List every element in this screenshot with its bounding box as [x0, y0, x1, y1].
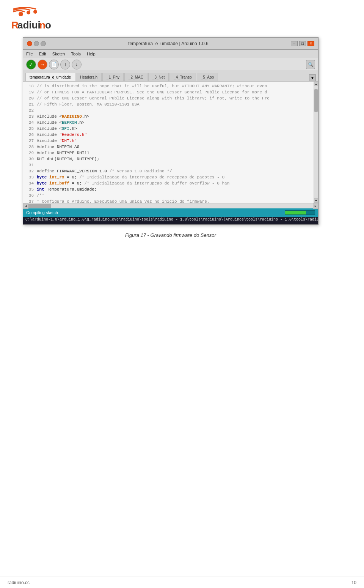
- vertical-scrollbar[interactable]: ▲ ▼: [314, 82, 318, 203]
- scroll-thumb[interactable]: [314, 89, 318, 112]
- window-title: temperatura_e_umidade | Arduino 1.0.6: [46, 41, 291, 46]
- new-button[interactable]: 📄: [49, 60, 59, 69]
- window-min-dot: [34, 41, 39, 46]
- output-console: C:\arduino-1.0\arduino_1.0\g_radiuino_ev…: [23, 217, 318, 224]
- code-line-31: 31: [23, 162, 314, 168]
- horizontal-scrollbar[interactable]: ◄ ►: [23, 203, 318, 208]
- minimize-button[interactable]: –: [291, 41, 298, 46]
- window-titlebar: temperatura_e_umidade | Arduino 1.0.6 – …: [23, 38, 318, 50]
- tabs-dropdown[interactable]: ▼: [309, 74, 316, 81]
- code-line-27: 27 #include "DHT.h": [23, 138, 314, 144]
- figure-caption: Figura 17 - Gravando firmware do Sensor: [23, 232, 318, 238]
- svg-point-1: [27, 11, 30, 14]
- footer-page: 10: [351, 580, 356, 585]
- menu-bar: File Edit Sketch Tools Help: [23, 50, 318, 58]
- code-line-32: 32 #define FIRMWARE_VERSION 1.0 /* Versa…: [23, 168, 314, 174]
- scroll-right-arrow[interactable]: ►: [313, 203, 318, 209]
- code-line-37: 37 * Configura o Arduino. Executado uma …: [23, 199, 314, 203]
- caption-text: Figura 17 - Gravando firmware do Sensor: [125, 232, 216, 238]
- save-button[interactable]: ↓: [72, 60, 82, 69]
- code-line-25: 25 #include <SPI.h>: [23, 126, 314, 132]
- code-line-20: 20 // of the GNU Lesser General Public L…: [23, 95, 314, 101]
- window-buttons-right: – □ ✕: [291, 41, 314, 46]
- menu-help[interactable]: Help: [87, 52, 96, 56]
- progress-bar: [285, 210, 315, 215]
- code-line-24: 24 #include <EEPROM.h>: [23, 120, 314, 126]
- menu-tools[interactable]: Tools: [71, 52, 81, 56]
- scroll-left-arrow[interactable]: ◄: [23, 203, 28, 209]
- code-line-22: 22: [23, 107, 314, 114]
- window-max-dot: [41, 41, 46, 46]
- code-line-18: 18 // is distributed in the hope that it…: [23, 83, 314, 89]
- tab-5app[interactable]: _5_App: [197, 73, 218, 81]
- tab-2mac[interactable]: _2_MAC: [124, 73, 147, 81]
- svg-text:adiui: adiui: [17, 19, 41, 30]
- close-button[interactable]: ✕: [308, 41, 314, 46]
- code-content: 18 // is distributed in the hope that it…: [23, 82, 314, 203]
- open-button[interactable]: ↑: [60, 60, 70, 69]
- code-line-28: 28 #define DHTPIN A0: [23, 144, 314, 150]
- code-line-26: 26 #include "Headers.h": [23, 132, 314, 138]
- tabs-container: temperatura_e_umidade Headers.h _1_Phy _…: [23, 71, 318, 82]
- h-scroll-thumb[interactable]: [28, 204, 51, 208]
- search-button[interactable]: 🔍: [306, 60, 315, 69]
- page-footer: radiuino.cc 10: [0, 577, 364, 588]
- progress-fill: [285, 211, 306, 214]
- svg-point-0: [19, 12, 23, 16]
- code-line-36: 36 /**: [23, 192, 314, 199]
- status-bar: Compiling sketch: [23, 208, 318, 217]
- window-close-dot: [27, 41, 32, 46]
- arduino-window: temperatura_e_umidade | Arduino 1.0.6 – …: [23, 37, 318, 225]
- compiling-status: Compiling sketch: [26, 210, 58, 215]
- tab-3net[interactable]: _3_Net: [148, 73, 169, 81]
- code-line-33: 33 byte int_rx = 0; /* Inicializacao da …: [23, 174, 314, 180]
- code-line-19: 19 // or FITNESS FOR A PARTICULAR PURPOS…: [23, 89, 314, 95]
- svg-text:o: o: [45, 19, 51, 30]
- tab-1phy[interactable]: _1_Phy: [102, 73, 124, 81]
- tab-4transp[interactable]: _4_Transp: [169, 73, 196, 81]
- menu-edit[interactable]: Edit: [39, 52, 46, 56]
- code-line-23: 23 #include <RADIUINO.h>: [23, 114, 314, 120]
- verify-button[interactable]: ✓: [26, 60, 36, 69]
- code-line-35: 35 int Temperatura,Umidade;: [23, 186, 314, 192]
- code-line-21: 21 // Fifth Floor, Boston, MA 02110-1301…: [23, 101, 314, 107]
- scroll-up-arrow[interactable]: ▲: [314, 82, 318, 86]
- page-header: R adiui n o: [0, 0, 364, 33]
- code-line-34: 34 byte int_buff = 0; /* Inicializacao d…: [23, 180, 314, 186]
- svg-text:n: n: [39, 19, 46, 30]
- menu-sketch[interactable]: Sketch: [52, 52, 65, 56]
- code-line-29: 29 #define DHTTYPE DHT11: [23, 150, 314, 156]
- logo-image: R adiui n o: [8, 7, 87, 30]
- scroll-down-arrow[interactable]: ▼: [314, 198, 318, 203]
- svg-point-2: [33, 10, 37, 14]
- toolbar-buttons: ✓ → 📄 ↑ ↓: [26, 60, 82, 69]
- console-text: C:\arduino-1.0\arduino_1.0\g_radiuino_ev…: [25, 218, 318, 222]
- logo: R adiui n o: [8, 7, 87, 30]
- code-line-30: 30 DHT dht(DHTPIN, DHTTYPE);: [23, 156, 314, 162]
- maximize-button[interactable]: □: [299, 41, 306, 46]
- footer-site: radiuino.cc: [8, 580, 30, 585]
- window-controls-left: [27, 41, 46, 46]
- menu-file[interactable]: File: [26, 52, 33, 56]
- code-editor[interactable]: 18 // is distributed in the hope that it…: [23, 82, 318, 203]
- h-scroll-track: [28, 204, 313, 208]
- upload-button[interactable]: →: [38, 60, 47, 69]
- tab-temperatura[interactable]: temperatura_e_umidade: [25, 73, 75, 81]
- tab-headers[interactable]: Headers.h: [76, 73, 102, 81]
- toolbar: ✓ → 📄 ↑ ↓ 🔍: [23, 58, 318, 71]
